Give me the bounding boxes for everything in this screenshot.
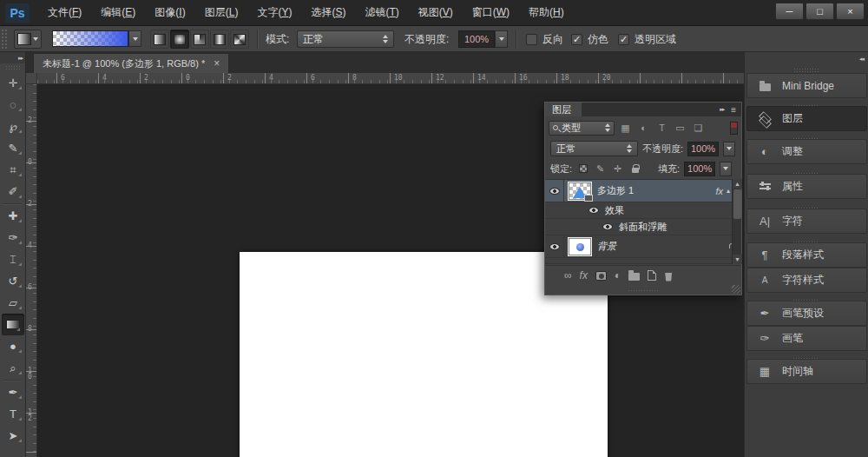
shape-filter-icon[interactable]: ▭ <box>673 121 687 135</box>
lock-position-icon[interactable]: ✛ <box>611 162 624 176</box>
collapse-panel-icon[interactable]: ▸▸ <box>720 106 724 113</box>
adjustment-layer-icon[interactable]: ◐ <box>615 269 621 281</box>
diamond-gradient-button[interactable] <box>230 30 249 49</box>
reflected-gradient-button[interactable] <box>210 30 229 49</box>
minimize-button[interactable]: ─ <box>775 3 804 20</box>
lock-all-icon[interactable] <box>628 162 641 176</box>
radial-gradient-button[interactable] <box>170 30 189 49</box>
blend-mode-select[interactable]: 正常 <box>297 30 394 48</box>
panel-button-character[interactable]: A| 字符 <box>746 209 867 234</box>
menu-type[interactable]: 文字(Y) <box>247 0 301 26</box>
layer-thumbnail[interactable] <box>569 182 591 200</box>
layers-scrollbar[interactable]: ▲ ▼ <box>732 179 741 264</box>
pixel-filter-icon[interactable]: ▦ <box>618 121 633 135</box>
layer-opacity-input[interactable]: 100% <box>687 142 719 156</box>
filter-toggle-switch[interactable] <box>730 122 738 135</box>
tools-collapse-button[interactable]: ▸▸ <box>0 52 25 63</box>
dock-group-grip[interactable] <box>793 68 819 72</box>
lock-transparency-icon[interactable] <box>576 162 589 176</box>
eye-icon[interactable] <box>589 207 599 214</box>
gradient-picker-arrow[interactable] <box>128 30 141 47</box>
delete-layer-icon[interactable] <box>664 270 673 281</box>
menu-layer[interactable]: 图层(L) <box>195 0 248 26</box>
scrollbar-thumb[interactable] <box>733 189 741 219</box>
scroll-down-icon[interactable]: ▼ <box>733 255 742 264</box>
adjustment-filter-icon[interactable]: ◐ <box>636 121 651 135</box>
menu-select[interactable]: 选择(S) <box>301 0 355 26</box>
tool-preset-picker[interactable] <box>14 30 42 49</box>
menu-filter[interactable]: 滤镜(T) <box>355 0 408 26</box>
layer-row-bevel-emboss[interactable]: 斜面和浮雕 <box>545 219 733 235</box>
lock-pixels-icon[interactable]: ✎ <box>594 162 607 176</box>
panel-resize-grip[interactable] <box>732 285 740 294</box>
scroll-up-icon[interactable]: ▲ <box>733 179 742 189</box>
opacity-input[interactable]: 100% <box>458 30 495 48</box>
layer-row-effects[interactable]: 效果 <box>545 202 733 219</box>
clone-stamp-tool[interactable]: ⌶ <box>0 248 26 270</box>
panel-button-paragraph-styles[interactable]: ¶ 段落样式 <box>746 242 867 268</box>
layer-name[interactable]: 背景 <box>597 240 616 253</box>
collapse-effects-icon[interactable]: ▴ <box>727 187 730 195</box>
path-selection-tool[interactable]: ➤ <box>0 425 26 447</box>
visibility-cell[interactable] <box>545 180 564 202</box>
dither-checkbox[interactable]: ✓ <box>571 34 582 45</box>
type-tool[interactable]: T <box>0 403 26 425</box>
layer-blend-mode-select[interactable]: 正常 <box>550 141 638 156</box>
pen-tool[interactable]: ✒ <box>0 381 26 403</box>
panel-button-adjustments[interactable]: ◐ 调整 <box>746 139 867 164</box>
visibility-cell[interactable] <box>545 235 564 257</box>
layer-row-polygon[interactable]: 多边形 1 fx ▴ <box>545 180 733 202</box>
gradient-tool[interactable] <box>2 314 24 335</box>
layer-name[interactable]: 多边形 1 <box>597 184 634 197</box>
lasso-tool[interactable]: ℘ <box>0 116 26 137</box>
menu-edit[interactable]: 编辑(E) <box>91 0 145 26</box>
elliptical-marquee-tool[interactable]: ◌ <box>0 94 26 116</box>
panel-drag-grip[interactable] <box>628 289 659 293</box>
eye-icon[interactable] <box>602 223 613 230</box>
panel-button-brush-presets[interactable]: ✒ 画笔预设 <box>746 301 867 326</box>
layer-fill-input[interactable]: 100% <box>684 162 715 176</box>
panel-menu-icon[interactable]: ≡ <box>731 105 736 115</box>
menu-window[interactable]: 窗口(W) <box>463 0 519 26</box>
menu-image[interactable]: 图像(I) <box>145 0 194 26</box>
close-tab-icon[interactable]: × <box>214 57 220 70</box>
gradient-preview[interactable] <box>52 30 128 47</box>
panel-button-brush[interactable]: ✑ 画笔 <box>746 326 867 351</box>
layer-mask-icon[interactable] <box>595 271 607 281</box>
collapse-dock-icon[interactable]: ◂◂ <box>859 56 864 63</box>
smartobject-filter-icon[interactable]: ❏ <box>691 121 706 135</box>
crop-tool[interactable]: ⌗ <box>0 159 26 181</box>
menu-help[interactable]: 帮助(H) <box>519 0 574 26</box>
dodge-tool[interactable]: ⌕ <box>0 357 26 379</box>
panel-button-timeline[interactable]: ▦ 时间轴 <box>746 359 867 384</box>
link-layers-icon[interactable]: ∞ <box>564 269 572 281</box>
layers-panel-tab[interactable]: 图层 <box>545 103 582 116</box>
new-layer-icon[interactable] <box>648 270 656 281</box>
close-button[interactable]: × <box>836 3 865 20</box>
menu-file[interactable]: 文件(F) <box>38 0 91 26</box>
move-tool[interactable]: ✛ <box>0 72 26 94</box>
filter-type-select[interactable]: 类型 <box>549 121 615 136</box>
panel-button-layers[interactable]: 图层 <box>746 106 867 131</box>
blur-tool[interactable]: ● <box>0 335 26 357</box>
panel-button-character-styles[interactable]: A 字符样式 <box>746 268 867 293</box>
type-filter-icon[interactable]: T <box>654 121 669 135</box>
eraser-tool[interactable]: ▱ <box>0 292 26 314</box>
menu-view[interactable]: 视图(V) <box>409 0 463 26</box>
healing-brush-tool[interactable]: ✚ <box>0 205 26 227</box>
new-group-icon[interactable] <box>628 270 640 281</box>
angle-gradient-button[interactable] <box>190 30 209 49</box>
layer-row-background[interactable]: 背景 <box>545 235 733 258</box>
maximize-button[interactable]: □ <box>806 3 834 20</box>
reverse-checkbox[interactable] <box>526 34 537 45</box>
linear-gradient-button[interactable] <box>150 30 169 49</box>
options-bar-grip[interactable] <box>1 29 8 50</box>
panel-button-properties[interactable]: 属性 <box>746 174 867 199</box>
layer-thumbnail[interactable] <box>569 238 591 255</box>
fx-badge[interactable]: fx <box>715 186 723 196</box>
transparency-checkbox[interactable]: ✓ <box>618 34 629 45</box>
layer-style-icon[interactable]: fx <box>580 269 588 281</box>
quick-selection-tool[interactable]: ✎ <box>0 137 26 159</box>
document-tab[interactable]: 未标题-1 @ 100% (多边形 1, RGB/8) * × <box>33 53 229 73</box>
brush-tool[interactable]: ✑ <box>0 227 26 248</box>
